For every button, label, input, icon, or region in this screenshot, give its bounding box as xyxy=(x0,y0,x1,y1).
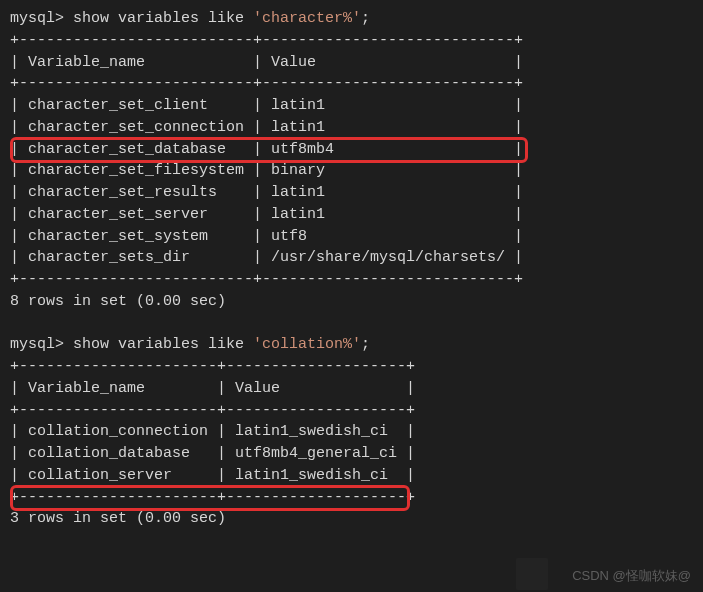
table-border: +----------------------+----------------… xyxy=(10,400,693,422)
table-row: | character_set_server | latin1 | xyxy=(10,204,693,226)
cmd-string: 'collation%' xyxy=(253,336,361,353)
table-row: | character_set_filesystem | binary | xyxy=(10,160,693,182)
table-border: +----------------------+----------------… xyxy=(10,356,693,378)
table-border: +----------------------+----------------… xyxy=(10,487,693,509)
watermark-avatar xyxy=(516,558,548,590)
table-header: | Variable_name | Value | xyxy=(10,52,693,74)
cmd-prefix: show variables like xyxy=(64,336,253,353)
blank-line xyxy=(10,313,693,335)
mysql-command-2: mysql> show variables like 'collation%'; xyxy=(10,334,693,356)
cmd-string: 'character%' xyxy=(253,10,361,27)
result-footer: 3 rows in set (0.00 sec) xyxy=(10,508,693,530)
table-row: | collation_server | latin1_swedish_ci | xyxy=(10,465,693,487)
table-border: +--------------------------+------------… xyxy=(10,30,693,52)
table-row-highlighted: | collation_database | utf8mb4_general_c… xyxy=(10,443,693,465)
table-border: +--------------------------+------------… xyxy=(10,73,693,95)
result-footer: 8 rows in set (0.00 sec) xyxy=(10,291,693,313)
watermark-text: CSDN @怪咖软妹@ xyxy=(572,567,691,586)
table-header: | Variable_name | Value | xyxy=(10,378,693,400)
table-row: | character_set_client | latin1 | xyxy=(10,95,693,117)
table-row: | character_sets_dir | /usr/share/mysql/… xyxy=(10,247,693,269)
cmd-suffix: ; xyxy=(361,336,370,353)
table-row: | character_set_results | latin1 | xyxy=(10,182,693,204)
table-row: | character_set_system | utf8 | xyxy=(10,226,693,248)
cmd-suffix: ; xyxy=(361,10,370,27)
prompt: mysql> xyxy=(10,10,64,27)
prompt: mysql> xyxy=(10,336,64,353)
table-border: +--------------------------+------------… xyxy=(10,269,693,291)
cmd-prefix: show variables like xyxy=(64,10,253,27)
table-row: | character_set_connection | latin1 | xyxy=(10,117,693,139)
mysql-command-1: mysql> show variables like 'character%'; xyxy=(10,8,693,30)
table-row-highlighted: | character_set_database | utf8mb4 | xyxy=(10,139,693,161)
table-row: | collation_connection | latin1_swedish_… xyxy=(10,421,693,443)
